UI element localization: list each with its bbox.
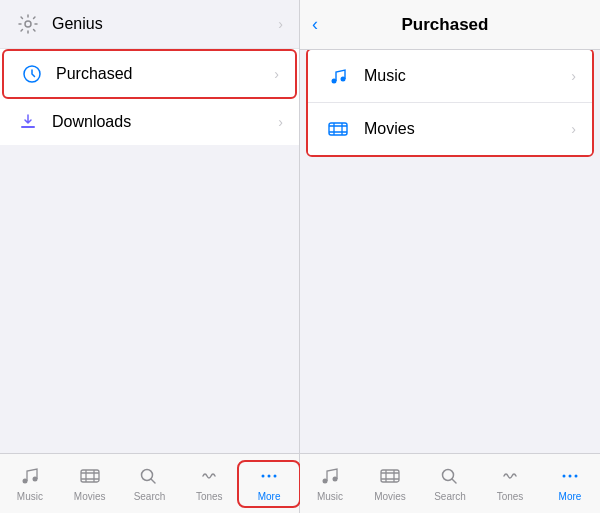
- search-rtab-icon: [439, 466, 461, 489]
- left-content: Genius › Purchased ›: [0, 0, 299, 453]
- downloads-chevron: ›: [278, 114, 283, 130]
- movies-rtab-label: Movies: [374, 491, 406, 502]
- music-rtab-icon: [319, 466, 341, 489]
- svg-point-9: [274, 474, 277, 477]
- right-item-music[interactable]: Music ›: [308, 50, 592, 103]
- svg-point-4: [32, 476, 37, 481]
- music-movies-highlight: Music › Movies ›: [308, 50, 592, 155]
- more-tab-label: More: [258, 491, 281, 502]
- more-tab-icon: [258, 466, 280, 489]
- tones-tab-icon: [198, 466, 220, 489]
- movies-icon: [324, 115, 352, 143]
- downloads-icon: [16, 110, 40, 134]
- genius-chevron: ›: [278, 16, 283, 32]
- right-content: Music › Movies ›: [300, 50, 600, 453]
- tab-tones-right[interactable]: Tones: [480, 462, 540, 506]
- movies-tab-label: Movies: [74, 491, 106, 502]
- movies-tab-icon: [79, 466, 101, 489]
- music-chevron: ›: [571, 68, 576, 84]
- tones-rtab-label: Tones: [497, 491, 524, 502]
- tab-movies-right[interactable]: Movies: [360, 462, 420, 506]
- svg-rect-15: [381, 470, 399, 482]
- tones-rtab-icon: [499, 466, 521, 489]
- music-rtab-label: Music: [317, 491, 343, 502]
- svg-point-10: [332, 79, 337, 84]
- right-panel: ‹ Purchased Music ›: [300, 0, 600, 513]
- svg-rect-12: [329, 123, 347, 135]
- downloads-label: Downloads: [52, 113, 278, 131]
- purchased-chevron: ›: [274, 66, 279, 82]
- right-item-movies[interactable]: Movies ›: [308, 103, 592, 155]
- right-title: Purchased: [330, 15, 560, 35]
- search-tab-icon: [138, 466, 160, 489]
- purchased-label: Purchased: [56, 65, 274, 83]
- tab-search-right[interactable]: Search: [420, 462, 480, 506]
- movies-rtab-icon: [379, 466, 401, 489]
- genius-label: Genius: [52, 15, 278, 33]
- more-rtab-label: More: [559, 491, 582, 502]
- tab-more-left[interactable]: More: [239, 462, 299, 506]
- svg-point-13: [323, 478, 328, 483]
- tab-tones-left[interactable]: Tones: [179, 462, 239, 506]
- tab-more-right[interactable]: More: [540, 462, 600, 506]
- svg-point-18: [569, 474, 572, 477]
- search-tab-label: Search: [134, 491, 166, 502]
- tab-music-right[interactable]: Music: [300, 462, 360, 506]
- svg-point-8: [268, 474, 271, 477]
- svg-point-7: [262, 474, 265, 477]
- svg-point-0: [25, 21, 31, 27]
- sidebar-item-genius[interactable]: Genius ›: [0, 0, 299, 49]
- music-tab-icon: [19, 466, 41, 489]
- more-rtab-icon: [559, 466, 581, 489]
- back-button[interactable]: ‹: [308, 10, 322, 39]
- svg-point-17: [563, 474, 566, 477]
- gear-icon: [16, 12, 40, 36]
- left-tab-bar: Music Movies Search Tones More: [0, 453, 299, 513]
- tab-movies-left[interactable]: Movies: [60, 462, 120, 506]
- right-tab-bar: Music Movies Search Tones More: [300, 453, 600, 513]
- search-rtab-label: Search: [434, 491, 466, 502]
- purchased-icon: [20, 62, 44, 86]
- svg-point-3: [22, 478, 27, 483]
- sidebar-item-downloads[interactable]: Downloads ›: [0, 99, 299, 145]
- movies-label: Movies: [364, 120, 571, 138]
- svg-rect-5: [81, 470, 99, 482]
- sidebar-item-purchased[interactable]: Purchased ›: [4, 51, 295, 97]
- music-label: Music: [364, 67, 571, 85]
- tab-search-left[interactable]: Search: [120, 462, 180, 506]
- svg-rect-2: [21, 126, 35, 128]
- svg-point-11: [341, 77, 346, 82]
- tones-tab-label: Tones: [196, 491, 223, 502]
- svg-point-14: [333, 476, 338, 481]
- svg-point-19: [575, 474, 578, 477]
- tab-music-left[interactable]: Music: [0, 462, 60, 506]
- music-tab-label: Music: [17, 491, 43, 502]
- music-icon: [324, 62, 352, 90]
- left-panel: Genius › Purchased ›: [0, 0, 300, 513]
- right-header: ‹ Purchased: [300, 0, 600, 50]
- movies-chevron: ›: [571, 121, 576, 137]
